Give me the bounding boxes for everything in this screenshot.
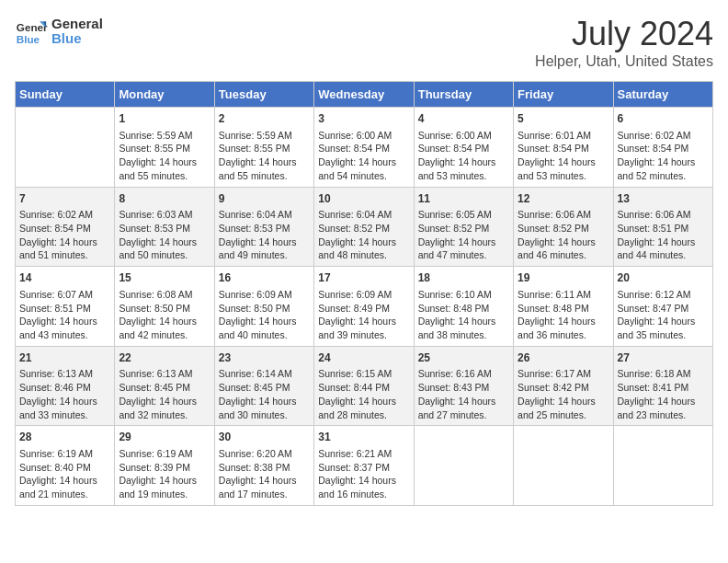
- day-number: 17: [318, 270, 409, 286]
- calendar-header-row: SundayMondayTuesdayWednesdayThursdayFrid…: [16, 82, 713, 108]
- calendar-cell: 9Sunrise: 6:04 AM Sunset: 8:53 PM Daylig…: [214, 187, 313, 267]
- calendar-cell: 2Sunrise: 5:59 AM Sunset: 8:55 PM Daylig…: [214, 108, 313, 188]
- calendar-cell: 23Sunrise: 6:14 AM Sunset: 8:45 PM Dayli…: [214, 346, 313, 426]
- calendar-cell: [414, 426, 513, 506]
- calendar-cell: 4Sunrise: 6:00 AM Sunset: 8:54 PM Daylig…: [414, 108, 513, 188]
- logo: General Blue General Blue: [15, 15, 103, 48]
- day-number: 25: [418, 350, 509, 366]
- day-number: 7: [19, 191, 110, 207]
- calendar-cell: 27Sunrise: 6:18 AM Sunset: 8:41 PM Dayli…: [613, 346, 712, 426]
- header: General Blue General Blue July 2024 Help…: [15, 15, 713, 70]
- calendar-cell: 20Sunrise: 6:12 AM Sunset: 8:47 PM Dayli…: [613, 267, 712, 347]
- column-header-thursday: Thursday: [414, 82, 513, 108]
- day-number: 28: [19, 430, 110, 445]
- day-info: Sunrise: 6:04 AM Sunset: 8:53 PM Dayligh…: [219, 208, 310, 262]
- calendar-cell: [16, 108, 115, 188]
- day-number: 4: [418, 111, 509, 127]
- day-info: Sunrise: 6:13 AM Sunset: 8:45 PM Dayligh…: [119, 367, 210, 421]
- day-number: 9: [219, 191, 310, 207]
- calendar-cell: 30Sunrise: 6:20 AM Sunset: 8:38 PM Dayli…: [214, 426, 313, 506]
- calendar-cell: 26Sunrise: 6:17 AM Sunset: 8:42 PM Dayli…: [514, 346, 613, 426]
- day-info: Sunrise: 6:15 AM Sunset: 8:44 PM Dayligh…: [318, 367, 409, 421]
- day-number: 5: [518, 111, 609, 127]
- calendar-week-2: 7Sunrise: 6:02 AM Sunset: 8:54 PM Daylig…: [16, 187, 713, 267]
- calendar-cell: 6Sunrise: 6:02 AM Sunset: 8:54 PM Daylig…: [613, 108, 712, 188]
- day-number: 3: [318, 111, 409, 127]
- column-header-tuesday: Tuesday: [214, 82, 313, 108]
- day-number: 29: [119, 430, 210, 445]
- day-number: 11: [418, 191, 509, 207]
- day-info: Sunrise: 6:19 AM Sunset: 8:40 PM Dayligh…: [19, 447, 110, 501]
- calendar-cell: 21Sunrise: 6:13 AM Sunset: 8:46 PM Dayli…: [16, 346, 115, 426]
- day-info: Sunrise: 5:59 AM Sunset: 8:55 PM Dayligh…: [119, 129, 210, 183]
- calendar-cell: 28Sunrise: 6:19 AM Sunset: 8:40 PM Dayli…: [16, 426, 115, 506]
- main-title: July 2024: [535, 15, 713, 53]
- calendar-cell: 11Sunrise: 6:05 AM Sunset: 8:52 PM Dayli…: [414, 187, 513, 267]
- calendar-cell: 3Sunrise: 6:00 AM Sunset: 8:54 PM Daylig…: [314, 108, 414, 188]
- calendar-cell: 31Sunrise: 6:21 AM Sunset: 8:37 PM Dayli…: [314, 426, 414, 506]
- calendar-cell: [514, 426, 613, 506]
- logo-icon: General Blue: [15, 15, 48, 48]
- svg-text:Blue: Blue: [17, 33, 40, 45]
- calendar-cell: 10Sunrise: 6:04 AM Sunset: 8:52 PM Dayli…: [314, 187, 414, 267]
- day-info: Sunrise: 6:06 AM Sunset: 8:51 PM Dayligh…: [618, 208, 709, 262]
- day-info: Sunrise: 6:06 AM Sunset: 8:52 PM Dayligh…: [518, 208, 609, 262]
- day-number: 12: [518, 191, 609, 207]
- day-number: 10: [318, 191, 409, 207]
- day-info: Sunrise: 5:59 AM Sunset: 8:55 PM Dayligh…: [219, 129, 310, 183]
- calendar-cell: 29Sunrise: 6:19 AM Sunset: 8:39 PM Dayli…: [115, 426, 214, 506]
- calendar-cell: 17Sunrise: 6:09 AM Sunset: 8:49 PM Dayli…: [314, 267, 414, 347]
- calendar-cell: 24Sunrise: 6:15 AM Sunset: 8:44 PM Dayli…: [314, 346, 414, 426]
- day-number: 23: [219, 350, 310, 366]
- day-info: Sunrise: 6:18 AM Sunset: 8:41 PM Dayligh…: [618, 367, 709, 421]
- day-info: Sunrise: 6:10 AM Sunset: 8:48 PM Dayligh…: [418, 288, 509, 342]
- subtitle: Helper, Utah, United States: [535, 53, 713, 70]
- calendar-cell: 13Sunrise: 6:06 AM Sunset: 8:51 PM Dayli…: [613, 187, 712, 267]
- day-number: 14: [19, 270, 110, 286]
- column-header-sunday: Sunday: [16, 82, 115, 108]
- day-number: 15: [119, 270, 210, 286]
- day-number: 2: [219, 111, 310, 127]
- day-info: Sunrise: 6:09 AM Sunset: 8:49 PM Dayligh…: [318, 288, 409, 342]
- day-info: Sunrise: 6:19 AM Sunset: 8:39 PM Dayligh…: [119, 447, 210, 501]
- calendar-cell: 1Sunrise: 5:59 AM Sunset: 8:55 PM Daylig…: [115, 108, 214, 188]
- day-number: 1: [119, 111, 210, 127]
- logo-line1: General: [51, 17, 103, 32]
- calendar-cell: 5Sunrise: 6:01 AM Sunset: 8:54 PM Daylig…: [514, 108, 613, 188]
- day-number: 31: [318, 430, 409, 445]
- day-info: Sunrise: 6:21 AM Sunset: 8:37 PM Dayligh…: [318, 447, 409, 501]
- day-info: Sunrise: 6:11 AM Sunset: 8:48 PM Dayligh…: [518, 288, 609, 342]
- calendar-week-4: 21Sunrise: 6:13 AM Sunset: 8:46 PM Dayli…: [16, 346, 713, 426]
- column-header-saturday: Saturday: [613, 82, 712, 108]
- day-info: Sunrise: 6:05 AM Sunset: 8:52 PM Dayligh…: [418, 208, 509, 262]
- day-info: Sunrise: 6:03 AM Sunset: 8:53 PM Dayligh…: [119, 208, 210, 262]
- day-info: Sunrise: 6:08 AM Sunset: 8:50 PM Dayligh…: [119, 288, 210, 342]
- day-number: 18: [418, 270, 509, 286]
- calendar-week-3: 14Sunrise: 6:07 AM Sunset: 8:51 PM Dayli…: [16, 267, 713, 347]
- calendar-cell: 22Sunrise: 6:13 AM Sunset: 8:45 PM Dayli…: [115, 346, 214, 426]
- day-info: Sunrise: 6:17 AM Sunset: 8:42 PM Dayligh…: [518, 367, 609, 421]
- calendar-cell: 12Sunrise: 6:06 AM Sunset: 8:52 PM Dayli…: [514, 187, 613, 267]
- logo-line2: Blue: [51, 31, 103, 47]
- day-info: Sunrise: 6:12 AM Sunset: 8:47 PM Dayligh…: [618, 288, 709, 342]
- day-info: Sunrise: 6:20 AM Sunset: 8:38 PM Dayligh…: [219, 447, 310, 501]
- day-info: Sunrise: 6:00 AM Sunset: 8:54 PM Dayligh…: [318, 129, 409, 183]
- day-info: Sunrise: 6:16 AM Sunset: 8:43 PM Dayligh…: [418, 367, 509, 421]
- calendar-week-5: 28Sunrise: 6:19 AM Sunset: 8:40 PM Dayli…: [16, 426, 713, 506]
- day-info: Sunrise: 6:09 AM Sunset: 8:50 PM Dayligh…: [219, 288, 310, 342]
- day-number: 20: [618, 270, 709, 286]
- calendar-table: SundayMondayTuesdayWednesdayThursdayFrid…: [15, 81, 713, 506]
- calendar-cell: 15Sunrise: 6:08 AM Sunset: 8:50 PM Dayli…: [115, 267, 214, 347]
- day-number: 24: [318, 350, 409, 366]
- calendar-week-1: 1Sunrise: 5:59 AM Sunset: 8:55 PM Daylig…: [16, 108, 713, 188]
- day-number: 13: [618, 191, 709, 207]
- day-number: 30: [219, 430, 310, 445]
- day-number: 19: [518, 270, 609, 286]
- column-header-wednesday: Wednesday: [314, 82, 414, 108]
- calendar-cell: [613, 426, 712, 506]
- day-info: Sunrise: 6:04 AM Sunset: 8:52 PM Dayligh…: [318, 208, 409, 262]
- day-info: Sunrise: 6:07 AM Sunset: 8:51 PM Dayligh…: [19, 288, 110, 342]
- day-number: 8: [119, 191, 210, 207]
- day-number: 26: [518, 350, 609, 366]
- day-info: Sunrise: 6:02 AM Sunset: 8:54 PM Dayligh…: [618, 129, 709, 183]
